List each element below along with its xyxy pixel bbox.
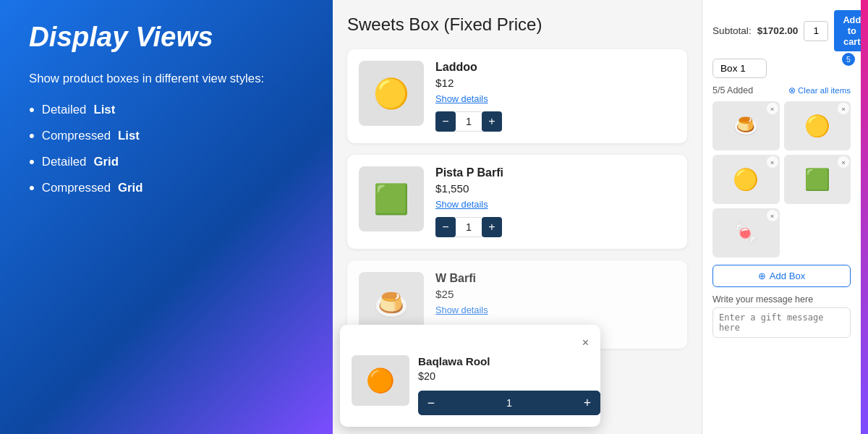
box-badge: 5 <box>842 53 855 66</box>
popup-header: × <box>352 336 589 349</box>
add-to-cart-button[interactable]: Add to cart <box>834 10 861 51</box>
product-price-wbarfi: $25 <box>435 288 676 300</box>
accent-bar <box>861 0 868 434</box>
popup-product-price: $20 <box>418 370 600 382</box>
item-prefix: Compressed <box>42 129 111 143</box>
list-item-compressed-list: Compressed List <box>29 127 304 145</box>
thumbnail-3: 🟡 × <box>712 155 780 204</box>
popup-qty-control: − + <box>418 391 600 415</box>
subtotal-value: $1702.00 <box>757 25 799 36</box>
circle-x-icon: ⊗ <box>788 85 796 95</box>
clear-all-link[interactable]: ⊗ Clear all items <box>788 85 851 95</box>
qty-control-laddoo: − + <box>435 111 502 132</box>
product-list: Sweets Box (Fixed Price) 🟡 Laddoo $12 Sh… <box>333 0 702 434</box>
plus-circle-icon: ⊕ <box>758 271 766 281</box>
product-card-laddoo: 🟡 Laddoo $12 Show details − + <box>347 49 687 143</box>
add-box-button[interactable]: ⊕ Add Box <box>712 265 851 287</box>
subtotal-label: Subtotal: <box>712 25 752 36</box>
cart-header: Subtotal: $1702.00 Add to cart <box>712 10 851 51</box>
popup-product-name: Baqlawa Rool <box>418 355 600 367</box>
page-title: Sweets Box (Fixed Price) <box>347 14 687 35</box>
message-input[interactable] <box>712 307 851 338</box>
product-price-pista: $1,550 <box>435 182 676 195</box>
product-info-laddoo: Laddoo $12 Show details − + <box>435 61 676 132</box>
product-info-wbarfi: W Barfi $25 Show details <box>435 272 676 323</box>
thumbnail-4: 🟩 × <box>784 155 851 204</box>
list-item-compressed-grid: Compressed Grid <box>29 179 304 197</box>
item-prefix: Detailed <box>42 155 87 169</box>
box-selector: Box 1 5 <box>712 59 851 78</box>
product-price-laddoo: $12 <box>435 77 676 89</box>
item-bold: Grid <box>93 155 119 169</box>
product-image-laddoo: 🟡 <box>359 61 424 126</box>
show-details-laddoo[interactable]: Show details <box>435 93 676 104</box>
added-info: 5/5 Added ⊗ Clear all items <box>712 85 851 95</box>
qty-increase-laddoo[interactable]: + <box>482 111 502 132</box>
added-label: 5/5 Added <box>712 85 753 95</box>
box-select-button[interactable]: Box 1 <box>712 59 767 78</box>
page-heading: Display Views <box>29 22 304 52</box>
left-panel: Display Views Show product boxes in diff… <box>0 0 333 434</box>
popup-card[interactable]: × 🟠 Baqlawa Rool $20 − + <box>340 325 600 427</box>
qty-increase-pista[interactable]: + <box>482 217 502 237</box>
product-card-pista: 🟩 Pista P Barfi $1,550 Show details − + <box>347 155 687 249</box>
thumb-close-2[interactable]: × <box>838 103 849 114</box>
thumb-close-5[interactable]: × <box>767 210 778 221</box>
thumbnail-1: 🍮 × <box>712 101 780 150</box>
popup-qty-input[interactable] <box>444 391 574 415</box>
show-details-pista[interactable]: Show details <box>435 199 676 210</box>
qty-decrease-laddoo[interactable]: − <box>435 111 456 132</box>
thumb-close-1[interactable]: × <box>767 103 778 114</box>
list-item-detailed-list: Detailed List <box>29 101 304 119</box>
cart-sidebar: Subtotal: $1702.00 Add to cart Box 1 5 5… <box>702 0 861 434</box>
show-details-wbarfi[interactable]: Show details <box>435 305 676 315</box>
item-bold: List <box>93 103 115 117</box>
thumb-close-4[interactable]: × <box>838 156 849 168</box>
thumbnail-5: 🍬 × <box>712 208 780 258</box>
view-list: Detailed List Compressed List Detailed G… <box>29 101 304 205</box>
popup-qty-decrease[interactable]: − <box>418 391 444 415</box>
qty-input-pista[interactable] <box>456 217 482 237</box>
product-area: Sweets Box (Fixed Price) 🟡 Laddoo $12 Sh… <box>333 0 861 434</box>
popup-info: Baqlawa Rool $20 − + <box>418 355 600 415</box>
item-bold: Grid <box>118 181 143 195</box>
product-name-pista: Pista P Barfi <box>435 166 676 179</box>
description: Show product boxes in different view sty… <box>29 69 304 88</box>
add-box-label: Add Box <box>770 271 806 281</box>
message-label: Write your message here <box>712 294 851 305</box>
thumb-close-3[interactable]: × <box>767 156 778 168</box>
item-bold: List <box>118 129 140 143</box>
thumbnail-2: 🟡 × <box>784 101 851 150</box>
popup-close-button[interactable]: × <box>582 336 589 349</box>
qty-input-laddoo[interactable] <box>456 111 482 132</box>
product-image-pista: 🟩 <box>359 166 424 231</box>
product-name-wbarfi: W Barfi <box>435 272 676 285</box>
right-section: Sweets Box (Fixed Price) 🟡 Laddoo $12 Sh… <box>333 0 861 434</box>
qty-decrease-pista[interactable]: − <box>435 217 456 237</box>
product-name-laddoo: Laddoo <box>435 61 676 74</box>
popup-qty-increase[interactable]: + <box>574 391 600 415</box>
cart-qty-field[interactable] <box>804 21 828 41</box>
popup-image: 🟠 <box>352 355 409 406</box>
popup-body: 🟠 Baqlawa Rool $20 − + <box>352 355 589 415</box>
item-prefix: Detailed <box>42 103 87 117</box>
list-item-detailed-grid: Detailed Grid <box>29 153 304 171</box>
qty-control-pista: − + <box>435 217 502 237</box>
clear-label[interactable]: Clear all items <box>798 86 851 95</box>
item-thumbnails: 🍮 × 🟡 × 🟡 × 🟩 × 🍬 × <box>712 101 851 258</box>
item-prefix: Compressed <box>42 181 111 195</box>
product-info-pista: Pista P Barfi $1,550 Show details − + <box>435 166 676 237</box>
